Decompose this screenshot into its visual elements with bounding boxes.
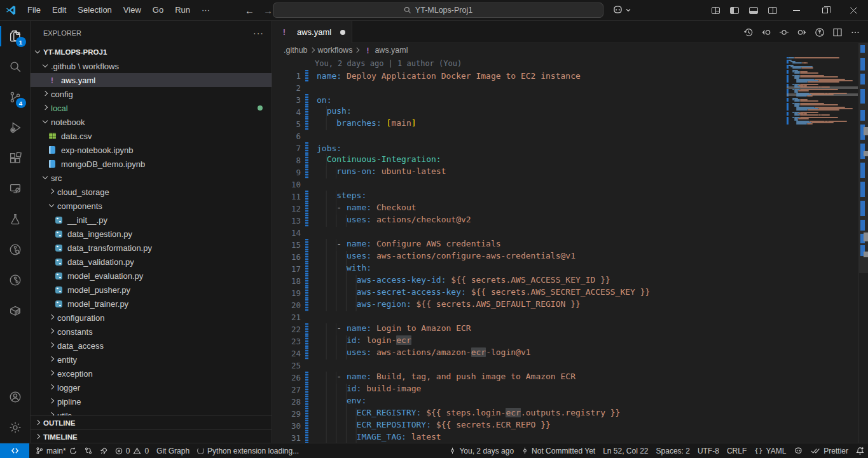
- remote-explorer-icon[interactable]: [0, 173, 31, 204]
- code-line-16[interactable]: 16uses: aws-actions/configure-aws-creden…: [273, 251, 868, 263]
- tree-folder-utils[interactable]: utils: [31, 408, 272, 415]
- cursor-position[interactable]: Ln 52, Col 22: [599, 443, 652, 458]
- gitlens-launchpad-button[interactable]: [96, 443, 111, 458]
- tree-folder-entity[interactable]: entity: [31, 353, 272, 367]
- tree-folder-cloud-storage[interactable]: cloud_storage: [31, 185, 272, 199]
- problems-status[interactable]: 0 0: [111, 443, 153, 458]
- tree-folder-pipline[interactable]: pipline: [31, 394, 272, 408]
- customize-layout-button[interactable]: [706, 0, 725, 20]
- code-line-15[interactable]: 15- name: Configure AWS credentials: [273, 239, 868, 251]
- menu-run[interactable]: Run: [169, 3, 196, 17]
- code-line-22[interactable]: 22- name: Login to Amazon ECR: [273, 323, 868, 335]
- tree-folder-data-access[interactable]: data_access: [31, 339, 272, 353]
- git-compare-status[interactable]: [81, 443, 96, 458]
- window-minimize-button[interactable]: [782, 0, 811, 20]
- code-line-9[interactable]: 9runs-on: ubuntu-latest: [273, 166, 868, 178]
- code-line-11[interactable]: 11steps:: [273, 191, 868, 203]
- command-center-search[interactable]: YT-MLops-Proj1: [273, 3, 603, 18]
- code-line-19[interactable]: 19aws-secret-access-key: ${{ secrets.AWS…: [273, 287, 868, 299]
- code-line-5[interactable]: 5branches: [main]: [273, 118, 868, 130]
- overview-ruler-scrollbar[interactable]: [858, 43, 868, 443]
- code-line-18[interactable]: 18aws-access-key-id: ${{ secrets.AWS_ACC…: [273, 275, 868, 287]
- tree-folder-constants[interactable]: constants: [31, 325, 272, 339]
- timeline-section-header[interactable]: TIMELINE: [31, 429, 272, 443]
- tree-file-model-pusher-py[interactable]: model_pusher.py: [31, 283, 272, 297]
- extensions-icon[interactable]: [0, 143, 31, 173]
- tab-aws-yaml[interactable]: ! aws.yaml: [273, 21, 352, 43]
- breadcrumb-workflows[interactable]: workflows: [318, 46, 353, 55]
- code-line-27[interactable]: 27id: build-image: [273, 384, 868, 396]
- notifications-bell[interactable]: [852, 443, 868, 458]
- outline-section-header[interactable]: OUTLINE: [31, 415, 272, 429]
- tree-file-exp-notebook-ipynb[interactable]: exp-notebook.ipynb: [31, 143, 272, 157]
- commit-status[interactable]: Not Committed Yet: [518, 443, 599, 458]
- menu-view[interactable]: View: [118, 3, 147, 17]
- docker-icon[interactable]: [0, 295, 31, 326]
- prettier-status[interactable]: Prettier: [807, 443, 852, 458]
- menu-go[interactable]: Go: [147, 3, 169, 17]
- git-branch-status[interactable]: main*: [32, 443, 81, 458]
- gitlens-icon[interactable]: [0, 234, 31, 265]
- tree-file-data-ingestion-py[interactable]: data_ingestion.py: [31, 227, 272, 241]
- tree-file--init-py[interactable]: __init__.py: [31, 213, 272, 227]
- remote-indicator[interactable]: [0, 443, 29, 458]
- run-debug-icon[interactable]: [0, 112, 31, 143]
- gitlens-inspect-icon[interactable]: [0, 265, 31, 295]
- code-line-29[interactable]: 29ECR_REGISTRY: ${{ steps.login-ecr.outp…: [273, 408, 868, 420]
- code-line-17[interactable]: 17with:: [273, 263, 868, 275]
- tree-folder-local[interactable]: local: [31, 101, 272, 115]
- tree-file-model-trainer-py[interactable]: model_trainer.py: [31, 297, 272, 311]
- gitlens-graph-icon[interactable]: [812, 25, 827, 40]
- code-line-26[interactable]: 26- name: Build, tag, and push image to …: [273, 372, 868, 384]
- tree-folder--github-workflows[interactable]: .github \ workflows: [31, 59, 272, 73]
- indentation-setting[interactable]: Spaces: 2: [652, 443, 694, 458]
- accounts-icon[interactable]: [0, 382, 31, 412]
- tree-file-mongodb-demo-ipynb[interactable]: mongoDB_demo.ipynb: [31, 157, 272, 171]
- tree-file-data-csv[interactable]: data.csv: [31, 129, 272, 143]
- change-icon[interactable]: [776, 25, 792, 40]
- code-line-8[interactable]: 8Continuous-Integration:: [273, 154, 868, 166]
- timeline-history-icon[interactable]: [741, 25, 756, 40]
- code-line-14[interactable]: 14: [273, 227, 868, 239]
- code-line-13[interactable]: 13uses: actions/checkout@v2: [273, 215, 868, 227]
- menu-more[interactable]: ···: [196, 3, 216, 17]
- breadcrumb-github[interactable]: .github: [284, 46, 308, 55]
- tree-root-folder[interactable]: YT-MLOPS-PROJ1: [31, 45, 272, 59]
- editor-more-actions-icon[interactable]: [848, 25, 863, 40]
- search-view-icon[interactable]: [0, 51, 31, 82]
- code-line-7[interactable]: 7jobs:: [273, 142, 868, 154]
- next-change-icon[interactable]: [794, 25, 809, 40]
- toggle-panel-button[interactable]: [744, 0, 763, 20]
- tree-folder-components[interactable]: components: [31, 199, 272, 213]
- code-line-6[interactable]: 6: [273, 130, 868, 142]
- menu-file[interactable]: File: [22, 3, 46, 17]
- language-mode[interactable]: {} YAML: [750, 443, 790, 458]
- explorer-more-actions[interactable]: ···: [253, 28, 264, 38]
- tree-folder-configuration[interactable]: configuration: [31, 311, 272, 325]
- code-line-12[interactable]: 12- name: Checkout: [273, 203, 868, 215]
- tree-folder-notebook[interactable]: notebook: [31, 115, 272, 129]
- code-line-28[interactable]: 28env:: [273, 396, 868, 408]
- code-line-24[interactable]: 24uses: aws-actions/amazon-ecr-login@v1: [273, 347, 868, 360]
- code-line-30[interactable]: 30ECR_REPOSITORY: ${{ secrets.ECR_REPO }…: [273, 420, 868, 432]
- code-line-25[interactable]: 25: [273, 360, 868, 372]
- nav-back-icon[interactable]: ←: [245, 5, 254, 16]
- minimap[interactable]: [787, 57, 858, 125]
- python-loading-status[interactable]: Python extension loading...: [193, 443, 303, 458]
- source-control-icon[interactable]: 4: [0, 82, 31, 112]
- nav-forward-icon[interactable]: →: [263, 5, 273, 16]
- breadcrumb-file[interactable]: aws.yaml: [375, 46, 408, 55]
- settings-gear-icon[interactable]: [0, 412, 31, 443]
- code-line-3[interactable]: 3on:: [273, 94, 868, 106]
- code-line-4[interactable]: 4push:: [273, 106, 868, 118]
- tree-folder-config[interactable]: config: [31, 87, 272, 101]
- code-area[interactable]: 1name: Deploy Application Docker Image t…: [273, 70, 868, 444]
- code-line-10[interactable]: 10: [273, 178, 868, 191]
- git-graph-button[interactable]: Git Graph: [153, 443, 193, 458]
- menu-edit[interactable]: Edit: [46, 3, 72, 17]
- code-line-20[interactable]: 20aws-region: ${{ secrets.AWS_DEFAULT_RE…: [273, 299, 868, 311]
- toggle-primary-sidebar-button[interactable]: [725, 0, 744, 20]
- eol-setting[interactable]: CRLF: [723, 443, 750, 458]
- code-line-2[interactable]: 2: [273, 82, 868, 94]
- blame-status[interactable]: You, 2 days ago: [445, 443, 518, 458]
